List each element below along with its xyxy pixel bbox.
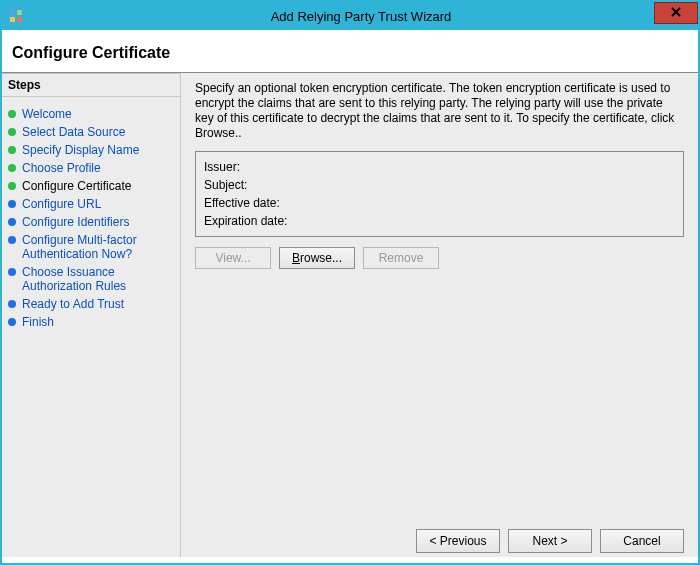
step-bullet-icon: [8, 218, 16, 226]
next-button-label: Next >: [532, 534, 567, 548]
step-configure-mfa[interactable]: Configure Multi-factor Authentication No…: [8, 233, 174, 261]
previous-button-label: < Previous: [429, 534, 486, 548]
svg-rect-2: [10, 17, 15, 22]
cert-subject-row: Subject:: [204, 176, 675, 194]
step-bullet-icon: [8, 300, 16, 308]
browse-button[interactable]: Browse...: [279, 247, 355, 269]
step-label: Choose Issuance Authorization Rules: [22, 265, 174, 293]
remove-button-label: Remove: [379, 251, 424, 265]
wizard-window: Add Relying Party Trust Wizard Configure…: [0, 0, 700, 565]
close-button[interactable]: [654, 2, 698, 24]
step-bullet-icon: [8, 268, 16, 276]
certificate-button-row: View... Browse... Remove: [195, 247, 684, 269]
window-title: Add Relying Party Trust Wizard: [24, 9, 698, 24]
titlebar: Add Relying Party Trust Wizard: [2, 2, 698, 30]
cert-expiration-row: Expiration date:: [204, 212, 675, 230]
step-label: Welcome: [22, 107, 174, 121]
step-bullet-icon: [8, 200, 16, 208]
cert-effective-row: Effective date:: [204, 194, 675, 212]
cert-subject-label: Subject:: [204, 178, 247, 192]
step-ready-to-add-trust[interactable]: Ready to Add Trust: [8, 297, 174, 311]
step-select-data-source[interactable]: Select Data Source: [8, 125, 174, 139]
step-label: Configure Certificate: [22, 179, 174, 193]
cert-expiration-label: Expiration date:: [204, 214, 287, 228]
step-label: Specify Display Name: [22, 143, 174, 157]
app-icon: [8, 8, 24, 24]
step-label: Choose Profile: [22, 161, 174, 175]
step-label: Configure Identifiers: [22, 215, 174, 229]
step-label: Select Data Source: [22, 125, 174, 139]
svg-rect-1: [17, 10, 22, 15]
svg-rect-0: [10, 10, 15, 15]
step-label: Configure URL: [22, 197, 174, 211]
step-label: Finish: [22, 315, 174, 329]
step-welcome[interactable]: Welcome: [8, 107, 174, 121]
step-label: Ready to Add Trust: [22, 297, 174, 311]
step-configure-url[interactable]: Configure URL: [8, 197, 174, 211]
step-bullet-icon: [8, 164, 16, 172]
step-bullet-icon: [8, 146, 16, 154]
previous-button[interactable]: < Previous: [416, 529, 500, 553]
steps-header: Steps: [2, 73, 180, 97]
content-pane: Specify an optional token encryption cer…: [180, 73, 698, 557]
cert-issuer-row: Issuer:: [204, 158, 675, 176]
step-bullet-icon: [8, 318, 16, 326]
step-bullet-icon: [8, 236, 16, 244]
view-button: View...: [195, 247, 271, 269]
step-specify-display-name[interactable]: Specify Display Name: [8, 143, 174, 157]
step-configure-certificate[interactable]: Configure Certificate: [8, 179, 174, 193]
step-bullet-icon: [8, 128, 16, 136]
cert-issuer-label: Issuer:: [204, 160, 240, 174]
certificate-details-box: Issuer: Subject: Effective date: Expirat…: [195, 151, 684, 237]
step-bullet-icon: [8, 110, 16, 118]
steps-sidebar: Steps Welcome Select Data Source Specify…: [2, 73, 180, 557]
page-title: Configure Certificate: [2, 30, 698, 72]
step-configure-identifiers[interactable]: Configure Identifiers: [8, 215, 174, 229]
svg-rect-3: [17, 17, 22, 22]
step-label: Configure Multi-factor Authentication No…: [22, 233, 174, 261]
wizard-footer: < Previous Next > Cancel: [416, 529, 684, 553]
step-bullet-icon: [8, 182, 16, 190]
wizard-body: Steps Welcome Select Data Source Specify…: [2, 73, 698, 557]
remove-button: Remove: [363, 247, 439, 269]
step-finish[interactable]: Finish: [8, 315, 174, 329]
next-button[interactable]: Next >: [508, 529, 592, 553]
browse-button-label: Browse...: [292, 251, 342, 265]
cancel-button[interactable]: Cancel: [600, 529, 684, 553]
cancel-button-label: Cancel: [623, 534, 660, 548]
step-choose-issuance-rules[interactable]: Choose Issuance Authorization Rules: [8, 265, 174, 293]
step-choose-profile[interactable]: Choose Profile: [8, 161, 174, 175]
description-text: Specify an optional token encryption cer…: [195, 81, 684, 141]
steps-list: Welcome Select Data Source Specify Displ…: [2, 97, 180, 339]
view-button-label: View...: [215, 251, 250, 265]
close-icon: [670, 6, 682, 21]
cert-effective-label: Effective date:: [204, 196, 280, 210]
